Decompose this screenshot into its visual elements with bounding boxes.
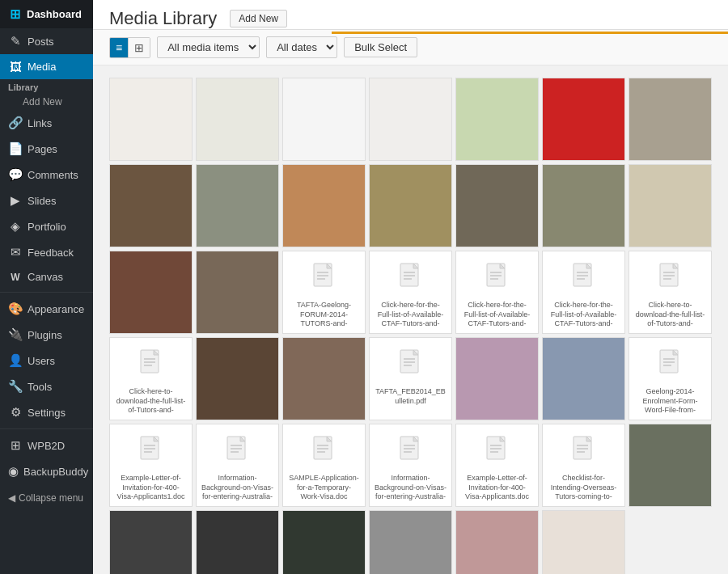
sidebar-item-label: Slides [28, 195, 56, 207]
document-icon [658, 349, 683, 384]
media-item[interactable] [455, 337, 539, 420]
sidebar-item-wpb2d[interactable]: ⊞ WPB2D [0, 433, 93, 458]
document-name: Example-Letter-of-Invitation-for-400-Vis… [459, 474, 535, 502]
sidebar-item-canvas[interactable]: W Canvas [0, 265, 93, 289]
add-new-button[interactable]: Add New [230, 10, 287, 27]
media-item[interactable] [282, 78, 366, 161]
document-name: Click-here-for-the-Full-list-of-Availabl… [546, 301, 621, 330]
media-item[interactable] [282, 510, 366, 574]
plugins-icon: 🔌 [8, 327, 23, 342]
media-grid: TAFTA-Geelong-FORUM-2014-TUTORS-and-COUR… [93, 65, 728, 574]
document-name: Example-Letter-of-Invitation-for-400-Vis… [113, 474, 188, 502]
sidebar-item-media[interactable]: 🖼 Media [0, 54, 93, 79]
media-item[interactable]: SAMPLE-Application-for-a-Temporary-Work-… [282, 424, 366, 507]
media-item[interactable] [196, 164, 279, 247]
media-item[interactable] [109, 78, 193, 161]
sidebar-item-plugins[interactable]: 🔌 Plugins [0, 322, 93, 348]
list-view-button[interactable]: ≡ [110, 38, 129, 57]
media-item[interactable] [109, 251, 193, 334]
sidebar-item-label: Plugins [28, 329, 62, 341]
sidebar-item-label: Tools [28, 381, 52, 393]
library-section-label: Library [0, 79, 93, 94]
media-item[interactable]: Information-Background-on-Visas-for-ente… [369, 424, 452, 507]
sidebar-item-slides[interactable]: ▶ Slides [0, 188, 93, 213]
dashboard-link[interactable]: Dashboard [27, 8, 82, 20]
media-item[interactable]: Example-Letter-of-Invitation-for-400-Vis… [109, 424, 193, 507]
media-item[interactable] [196, 337, 279, 420]
document-icon [485, 263, 510, 298]
media-item[interactable]: Click-here-for-the-Full-list-of-Availabl… [369, 251, 452, 334]
sidebar-add-new[interactable]: Add New [0, 94, 93, 110]
media-item[interactable]: Example-Letter-of-Invitation-for-400-Vis… [455, 424, 539, 507]
media-item[interactable] [629, 164, 712, 247]
media-item[interactable]: Click-here-to-download-the-full-list-of-… [629, 251, 712, 334]
media-item[interactable]: Click-here-for-the-Full-list-of-Availabl… [542, 251, 625, 334]
wp-logo-icon: ⊞ [10, 6, 20, 22]
collapse-icon: ◀ [8, 492, 15, 504]
sidebar-item-portfolio[interactable]: ◈ Portfolio [0, 213, 93, 239]
document-name: Click-here-to-download-the-full-list-of-… [113, 387, 188, 416]
media-item[interactable] [369, 78, 452, 161]
media-item[interactable] [282, 337, 366, 420]
document-icon [399, 349, 423, 384]
media-item[interactable] [542, 337, 625, 420]
media-item[interactable] [455, 78, 539, 161]
sidebar-item-label: Users [28, 355, 55, 367]
sidebar-item-feedback[interactable]: ✉ Feedback [0, 239, 93, 265]
media-item[interactable] [455, 510, 539, 574]
media-item[interactable] [369, 164, 452, 247]
sidebar-item-label: BackupBuddy [23, 466, 88, 478]
media-item[interactable] [109, 164, 193, 247]
media-item[interactable] [282, 164, 366, 247]
document-icon [139, 349, 163, 384]
media-item[interactable] [196, 251, 279, 334]
media-item[interactable] [629, 78, 712, 161]
document-icon [312, 263, 336, 298]
grid-view-button[interactable]: ⊞ [129, 38, 150, 57]
date-filter[interactable]: All dates 2014 2013 [266, 36, 337, 58]
sidebar-item-users[interactable]: 👤 Users [0, 348, 93, 374]
media-item[interactable]: Checklist-for-Intending-Overseas-Tutors-… [542, 424, 625, 507]
media-item[interactable]: Information-Background-on-Visas-for-ente… [196, 424, 279, 507]
sidebar-item-links[interactable]: 🔗 Links [0, 110, 93, 136]
media-item[interactable] [196, 510, 279, 574]
sidebar-item-appearance[interactable]: 🎨 Appearance [0, 296, 93, 322]
media-icon: 🖼 [8, 60, 23, 74]
media-type-filter[interactable]: All media items Images Audio Video Docum… [157, 36, 260, 58]
media-item[interactable] [542, 78, 625, 161]
media-item[interactable]: Geelong-2014-Enrolment-Form-Word-File-fr… [629, 337, 712, 420]
page-title: Media Library [109, 8, 217, 29]
orange-indicator [332, 32, 728, 34]
media-item[interactable] [629, 424, 712, 507]
document-icon [139, 436, 163, 471]
sidebar-item-label: Feedback [28, 247, 74, 259]
sidebar-item-posts[interactable]: ✎ Posts [0, 28, 93, 54]
media-item[interactable] [542, 510, 625, 574]
document-name: Click-here-for-the-Full-list-of-Availabl… [373, 301, 448, 330]
media-item[interactable]: TAFTA_FEB2014_EBulletin.pdf [369, 337, 452, 420]
sidebar-item-label: Links [28, 117, 52, 129]
document-name: Information-Background-on-Visas-for-ente… [373, 474, 448, 503]
sidebar-item-label: Portfolio [28, 221, 66, 233]
media-item[interactable] [542, 164, 625, 247]
media-item[interactable]: Click-here-to-download-the-full-list-of-… [109, 337, 193, 420]
pages-icon: 📄 [8, 141, 23, 156]
wp-logo[interactable]: ⊞ Dashboard [0, 0, 93, 28]
media-item[interactable] [455, 164, 539, 247]
users-icon: 👤 [8, 353, 23, 368]
media-item[interactable]: Click-here-for-the-Full-list-of-Availabl… [455, 251, 539, 334]
sidebar-item-pages[interactable]: 📄 Pages [0, 136, 93, 162]
collapse-menu[interactable]: ◀ Collapse menu [0, 484, 93, 512]
document-icon [226, 436, 250, 471]
sidebar-item-backupbuddy[interactable]: ◉ BackupBuddy [0, 458, 93, 484]
sidebar-item-settings[interactable]: ⚙ Settings [0, 399, 93, 425]
settings-icon: ⚙ [8, 405, 23, 420]
media-item[interactable] [369, 510, 452, 574]
media-item[interactable] [109, 510, 193, 574]
media-item[interactable]: TAFTA-Geelong-FORUM-2014-TUTORS-and-COUR… [282, 251, 366, 334]
sidebar-item-tools[interactable]: 🔧 Tools [0, 374, 93, 399]
sidebar-item-comments[interactable]: 💬 Comments [0, 162, 93, 188]
document-name: Checklist-for-Intending-Overseas-Tutors-… [546, 474, 621, 503]
bulk-select-button[interactable]: Bulk Select [344, 37, 417, 57]
media-item[interactable] [196, 78, 279, 161]
